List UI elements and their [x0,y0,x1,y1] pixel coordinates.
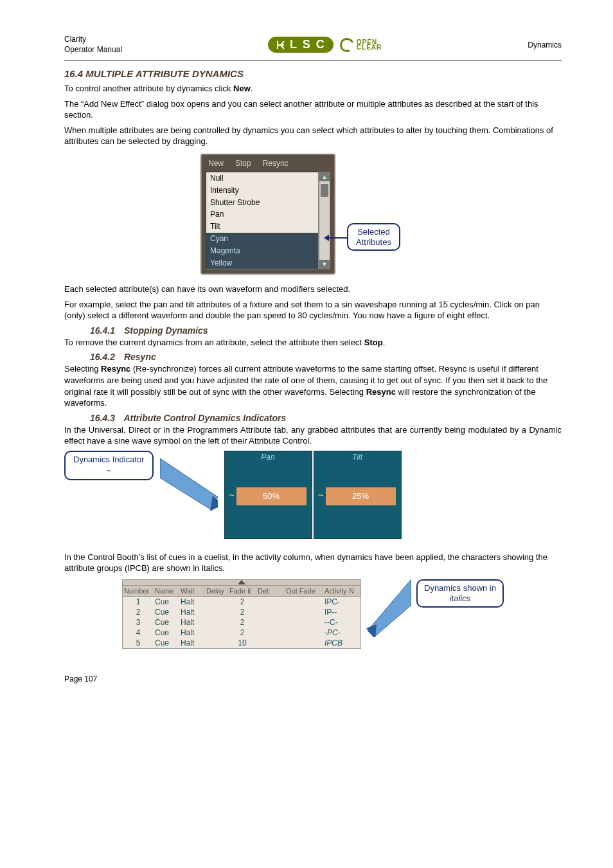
cell-activity: IPCB [323,638,360,648]
scroll-thumb[interactable] [321,184,328,197]
callout-arrow-icon [160,458,218,516]
openclear-icon [338,35,356,53]
cell-name: Cue [154,617,179,628]
col-fade[interactable]: Fade it [228,586,256,596]
header-right: Dynamics [528,41,562,50]
cell-delay [205,607,228,617]
col-del[interactable]: Del: [256,586,285,596]
list-item[interactable]: Pan [206,208,318,221]
cell-activity: IPC- [323,597,360,607]
attribute-panel: New Stop Resync Null Intensity Shutter S… [200,154,335,275]
header-doc: Operator Manual [64,45,122,54]
list-item-selected[interactable]: Cyan [206,233,318,245]
col-name[interactable]: Name [154,586,179,596]
page-number: Page 107 [64,674,562,683]
text: In the Control Booth’s list of cues in a… [64,552,547,574]
para-16-4-2: The “Add New Effect” dialog box opens an… [64,98,562,121]
scroll-down-icon[interactable]: ▼ [319,260,330,269]
text-bold: Stop [364,338,383,347]
heading-16-4: 16.4 MULTIPLE ATTRIBUTE DYNAMICS [64,68,562,79]
col-activity[interactable]: Activity N [323,586,360,596]
text: When multiple attributes are being contr… [64,125,553,147]
cell-fade: 2 [228,617,256,628]
new-tab[interactable]: New [208,159,224,168]
col-outfade[interactable]: Out Fade [285,586,323,596]
text: . [383,338,386,347]
tilt-value[interactable]: 25% [326,487,396,505]
text: The “Add New Effect” dialog box opens an… [64,99,538,120]
pan-control[interactable]: Pan ~ 50% [224,451,312,539]
table-row[interactable]: 1CueHalt2IPC- [123,597,360,607]
stop-tab[interactable]: Stop [235,159,251,168]
cell-activity: -PC- [323,628,360,638]
scroll-up-icon[interactable]: ▲ [319,172,330,181]
scrollbar[interactable]: ▲ ▼ [319,172,330,269]
callout-connector [328,237,347,239]
callout-text: Attributes [356,237,391,247]
lsc-logo-text: L S C [290,38,326,51]
col-wait[interactable]: Wait [179,586,205,596]
list-item-selected[interactable]: Magenta [206,245,318,257]
cell-outfade [285,607,323,617]
callout-dynamics-italics: Dynamics shown in italics [416,579,504,608]
para-16-4-3-p1: In the Universal, Direct or in the Progr… [64,424,562,447]
table-row[interactable]: 5CueHalt10IPCB [123,638,360,648]
cell-outfade [285,638,323,648]
col-delay[interactable]: Delay [205,586,228,596]
cell-del [256,628,285,638]
callout-arrow-icon [366,579,411,637]
table-row[interactable]: 2CueHalt2IP-- [123,607,360,617]
para-16-4-5: For example, select the pan and tilt att… [64,299,562,321]
callout-text: Dynamics shown in [424,583,496,593]
text-bold: New [233,84,251,93]
resync-tab[interactable]: Resync [263,159,289,168]
header-rule [64,60,562,60]
cell-name: Cue [154,607,179,617]
dynamics-tilde-icon: ~ [229,490,235,502]
cell-wait: Halt [179,607,205,617]
cell-name: Cue [154,628,179,638]
page-header: Clarity Operator Manual L S C OPEN CLEAR… [64,35,562,55]
col-number[interactable]: Number [123,586,154,596]
figure-attribute-list: New Stop Resync Null Intensity Shutter S… [64,154,562,275]
list-item[interactable]: Intensity [206,185,318,197]
tilt-label: Tilt [314,451,401,463]
table-sort-row[interactable] [123,580,360,586]
table-row[interactable]: 4CueHalt2-PC- [123,628,360,638]
svg-marker-0 [160,458,218,510]
cell-fade: 10 [228,638,256,648]
cell-del [256,638,285,648]
pan-label: Pan [225,451,312,463]
cell-wait: Halt [179,597,205,607]
list-item[interactable]: Tilt [206,221,318,233]
sort-up-icon[interactable] [238,580,245,584]
attribute-listbox[interactable]: Null Intensity Shutter Strobe Pan Tilt C… [206,172,319,269]
openclear-logo: OPEN CLEAR [340,38,382,52]
cell-name: Cue [154,597,179,607]
tilt-control[interactable]: Tilt ~ 25% [314,451,402,539]
callout-selected-attributes: Selected Attributes [347,223,400,251]
para-16-4-1: To control another attribute by dynamics… [64,83,562,95]
cell-wait: Halt [179,638,205,648]
cell-wait: Halt [179,617,205,628]
list-item[interactable]: Shutter Strobe [206,197,318,209]
text: To remove the current dynamics from an a… [64,338,364,347]
callout-arrowhead-icon [324,235,329,241]
openclear-bottom: CLEAR [357,44,382,51]
cell-delay [205,617,228,628]
table-row[interactable]: 3CueHalt2--C- [123,617,360,628]
scroll-track[interactable] [319,199,330,260]
para-16-4-3-p2: In the Control Booth’s list of cues in a… [64,552,562,574]
cell-number: 5 [123,638,154,648]
cell-wait: Halt [179,628,205,638]
cell-fade: 2 [228,607,256,617]
list-item[interactable]: Null [206,172,318,185]
cell-fade: 2 [228,597,256,607]
cell-name: Cue [154,638,179,648]
list-item-selected[interactable]: Yellow [206,257,318,269]
para-16-4-3: When multiple attributes are being contr… [64,125,562,147]
text-bold: Resync [101,364,130,374]
cell-number: 1 [123,597,154,607]
pan-value[interactable]: 50% [236,487,306,505]
heading-16-4-3: 16.4.3 Attribute Control Dynamics Indica… [90,413,562,423]
